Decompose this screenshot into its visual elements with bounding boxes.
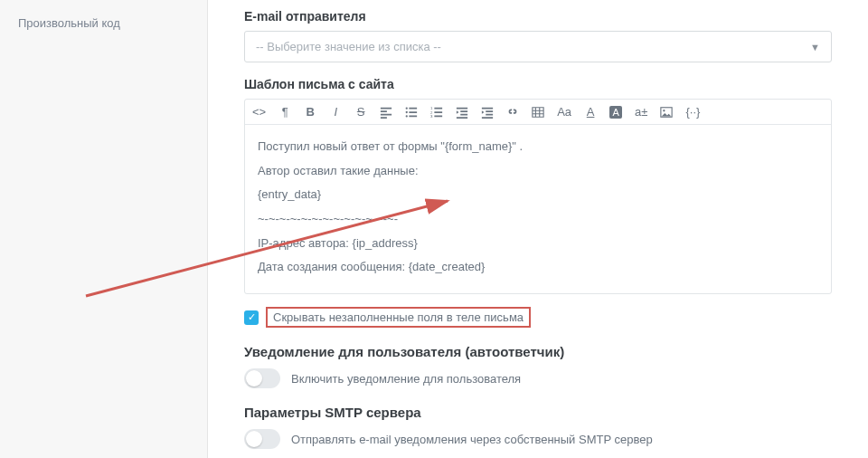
indent-out-icon[interactable] [456,106,468,119]
bold-icon[interactable]: B [304,105,316,119]
hide-empty-checkbox[interactable]: ✓ [244,310,259,325]
list-ol-icon[interactable]: 123 [430,106,443,119]
body-line: ~-~-~-~-~-~-~-~-~-~-~-~-~- [258,208,818,231]
indent-in-icon[interactable] [481,106,494,119]
braces-icon[interactable]: {··} [685,105,700,119]
user-notify-heading: Уведомление для пользователя (автоответч… [244,344,832,359]
table-icon[interactable] [532,106,544,119]
smtp-heading: Параметры SMTP сервера [244,405,832,420]
bgcolor-icon[interactable]: A [609,106,622,119]
list-ul-icon[interactable] [405,106,418,119]
chevron-down-icon: ▼ [810,42,820,52]
sup-icon[interactable]: a± [635,105,647,119]
image-icon[interactable] [660,106,673,119]
template-label: Шаблон письма с сайта [244,77,832,91]
align-left-icon[interactable] [380,106,392,119]
email-label: E-mail отправителя [244,9,832,24]
svg-text:3: 3 [430,114,433,119]
code-icon[interactable]: <> [252,105,266,119]
fontsize-icon[interactable]: Aa [557,105,571,119]
svg-point-0 [406,107,408,109]
body-line: Дата создания сообщения: {date_created} [258,256,818,279]
user-notify-label: Включить уведомление для пользователя [291,372,521,386]
editor-toolbar: <> ¶ B I S 123 [245,100,831,125]
editor-body[interactable]: Поступил новый ответ от формы "{form_nam… [245,125,831,293]
editor: <> ¶ B I S 123 [244,99,832,294]
smtp-label: Отправлять e-mail уведомления через собс… [291,433,653,446]
user-notify-toggle[interactable] [244,368,280,388]
email-select[interactable]: -- Выберите значение из списка -- ▼ [244,31,832,62]
sidebar: Произвольный код [0,0,208,458]
strike-icon[interactable]: S [354,105,367,119]
hide-empty-label: Скрывать незаполненные поля в теле письм… [273,310,524,324]
main-form: E-mail отправителя -- Выберите значение … [208,0,868,458]
svg-point-7 [664,110,665,111]
body-line: {entry_data} [258,184,818,206]
smtp-toggle[interactable] [244,429,280,449]
svg-point-1 [406,110,408,112]
hide-empty-row: ✓ Скрывать незаполненные поля в теле пис… [244,307,832,328]
body-line: Поступил новый ответ от формы "{form_nam… [258,136,818,158]
body-line: IP-адрес автора: {ip_address} [258,233,818,255]
sidebar-item-custom-code[interactable]: Произвольный код [0,9,207,37]
email-select-placeholder: -- Выберите значение из списка -- [256,40,441,53]
hide-empty-highlight: Скрывать незаполненные поля в теле письм… [266,307,531,328]
italic-icon[interactable]: I [329,105,342,119]
paragraph-icon[interactable]: ¶ [278,105,291,119]
fontcolor-icon[interactable]: A [584,105,597,119]
body-line: Автор оставил такие данные: [258,160,818,183]
link-icon[interactable] [506,106,519,119]
svg-point-2 [406,115,408,117]
